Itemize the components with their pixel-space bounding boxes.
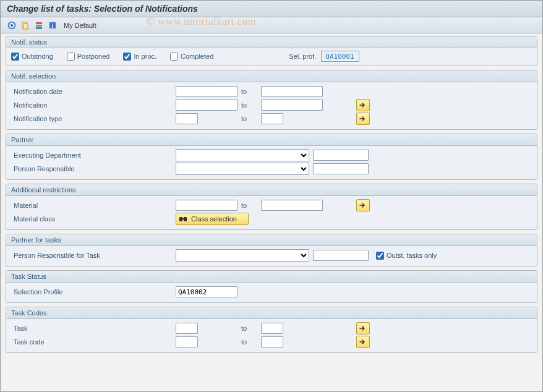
group-title-partner: Partner xyxy=(6,134,537,146)
group-partner-tasks: Partner for tasks Person Responsible for… xyxy=(6,234,537,266)
material-class-label: Material class xyxy=(11,215,172,223)
group-task-status: Task Status Selection Profile xyxy=(6,270,537,303)
group-title-status: Notif. status xyxy=(6,36,537,48)
selprof-label: Sel. prof. xyxy=(289,53,316,60)
binoculars-icon xyxy=(179,215,187,223)
chk-inproc-label: In proc. xyxy=(134,53,156,60)
notif-type-to[interactable] xyxy=(261,113,283,124)
group-title-partner-tasks: Partner for tasks xyxy=(6,234,537,246)
to-label-4: to xyxy=(241,202,257,209)
taskcode-label: Task code xyxy=(11,338,172,346)
material-multi-button[interactable] xyxy=(356,199,370,211)
class-selection-button[interactable]: Class selection xyxy=(176,213,249,225)
task-from[interactable] xyxy=(176,323,198,334)
resp-task-select[interactable] xyxy=(176,249,309,262)
info-icon[interactable]: i xyxy=(46,19,59,32)
notif-label: Notification xyxy=(11,101,172,109)
content: Notif. status Outstndng Postponed In pro… xyxy=(1,33,542,359)
person-resp-label: Person Responsible xyxy=(11,165,172,173)
group-notif-status: Notif. status Outstndng Postponed In pro… xyxy=(6,36,537,66)
execute-icon[interactable] xyxy=(6,19,18,32)
svg-rect-6 xyxy=(36,27,42,29)
svg-rect-5 xyxy=(36,25,42,27)
svg-rect-3 xyxy=(24,23,28,29)
group-notif-selection: Notif. selection Notification date to No… xyxy=(6,70,537,130)
task-selprof-input[interactable] xyxy=(176,286,237,297)
chk-postponed[interactable]: Postponed xyxy=(67,53,110,61)
chk-outst-only-label: Outst. tasks only xyxy=(387,252,437,259)
notif-date-label: Notification date xyxy=(11,88,172,95)
selprof-value[interactable]: QA10001 xyxy=(321,51,359,62)
person-resp-input[interactable] xyxy=(313,163,369,174)
person-resp-select[interactable] xyxy=(176,163,309,175)
svg-rect-11 xyxy=(182,218,184,219)
resp-task-label: Person Responsible for Task xyxy=(11,252,172,259)
arrow-right-icon xyxy=(359,325,367,331)
notif-from[interactable] xyxy=(176,100,237,111)
to-label-3: to xyxy=(241,115,257,122)
chk-outstanding-input[interactable] xyxy=(11,53,19,61)
chk-postponed-input[interactable] xyxy=(67,53,75,61)
taskcode-to[interactable] xyxy=(261,336,283,347)
chk-completed[interactable]: Completed xyxy=(170,53,213,61)
selections-icon[interactable] xyxy=(33,19,45,32)
resp-task-input[interactable] xyxy=(313,250,369,261)
exec-dept-input[interactable] xyxy=(313,150,369,161)
exec-dept-select[interactable] xyxy=(176,149,309,161)
chk-inproc-input[interactable] xyxy=(123,53,131,61)
arrow-right-icon xyxy=(359,202,367,208)
task-to[interactable] xyxy=(261,323,283,334)
chk-outst-only-input[interactable] xyxy=(376,252,384,260)
to-label-5: to xyxy=(241,325,257,332)
notif-to[interactable] xyxy=(261,100,323,111)
chk-inproc[interactable]: In proc. xyxy=(123,53,156,61)
toolbar: i My Default xyxy=(1,17,542,33)
arrow-right-icon xyxy=(359,102,367,108)
group-restrictions: Additional restrictions Material to Mate… xyxy=(6,184,537,230)
notif-type-label: Notification type xyxy=(11,115,172,122)
group-task-codes: Task Codes Task to Task code to xyxy=(6,307,537,353)
material-from[interactable] xyxy=(176,200,237,211)
group-partner: Partner Executing Department Person Resp… xyxy=(6,134,537,180)
class-selection-label: Class selection xyxy=(191,215,237,223)
notif-type-from[interactable] xyxy=(176,113,198,124)
notif-multi-button[interactable] xyxy=(356,99,370,111)
svg-rect-4 xyxy=(36,22,42,24)
chk-completed-label: Completed xyxy=(181,53,213,60)
taskcode-from[interactable] xyxy=(176,336,198,347)
group-title-selection: Notif. selection xyxy=(6,70,537,82)
chk-completed-input[interactable] xyxy=(170,53,178,61)
notif-type-multi-button[interactable] xyxy=(356,113,370,125)
arrow-right-icon xyxy=(359,339,367,345)
material-label: Material xyxy=(11,202,172,209)
svg-text:i: i xyxy=(52,22,54,29)
taskcode-multi-button[interactable] xyxy=(356,336,370,348)
group-title-task-status: Task Status xyxy=(6,271,537,283)
material-to[interactable] xyxy=(261,200,323,211)
chk-outst-only[interactable]: Outst. tasks only xyxy=(376,252,437,260)
to-label-2: to xyxy=(241,101,257,109)
arrow-right-icon xyxy=(359,116,367,122)
task-label: Task xyxy=(11,325,172,332)
chk-outstanding[interactable]: Outstndng xyxy=(11,53,53,61)
variant-icon[interactable] xyxy=(19,19,32,32)
task-multi-button[interactable] xyxy=(356,322,370,334)
svg-point-1 xyxy=(11,24,13,27)
to-label-1: to xyxy=(241,88,257,95)
group-title-restrictions: Additional restrictions xyxy=(6,184,537,196)
to-label-6: to xyxy=(241,338,257,346)
notif-date-from[interactable] xyxy=(176,86,237,97)
task-selprof-label: Selection Profile xyxy=(11,288,172,296)
chk-outstanding-label: Outstndng xyxy=(22,53,53,60)
notif-date-to[interactable] xyxy=(261,86,323,97)
my-default-button[interactable]: My Default xyxy=(64,22,96,29)
chk-postponed-label: Postponed xyxy=(77,53,110,60)
page-title: Change list of tasks: Selection of Notif… xyxy=(1,1,542,17)
exec-dept-label: Executing Department xyxy=(11,151,172,159)
group-title-task-codes: Task Codes xyxy=(6,307,537,319)
